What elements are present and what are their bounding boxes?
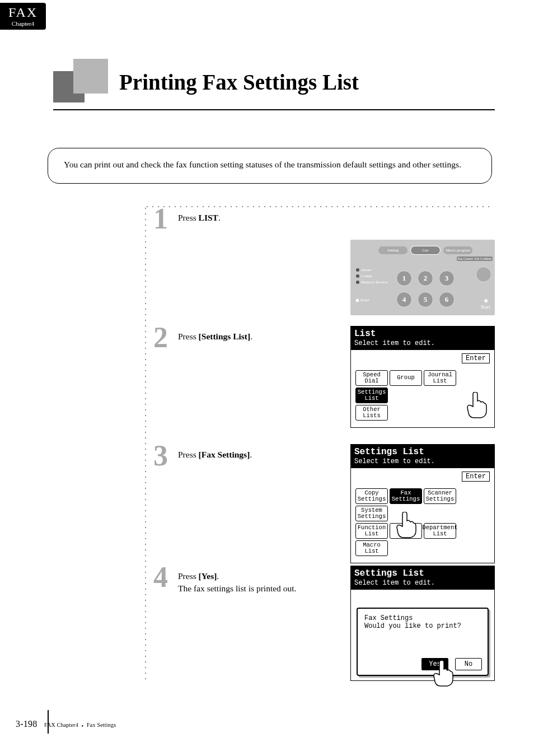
side-tab-chapter: Chapter4 — [0, 20, 46, 27]
step-pre: Press — [178, 213, 199, 222]
control-panel-illustration: Setting List Macro program Fax Cancel /J… — [350, 240, 495, 315]
step-pre: Press — [178, 571, 199, 581]
lcd-btn-scanner-settings[interactable]: Scanner Settings — [424, 488, 456, 504]
panel-tab-macro: Macro program — [443, 246, 472, 254]
intro-box: You can print out and check the fax func… — [48, 148, 492, 184]
step-1: 1 Press LIST. Setting List Macro program… — [153, 207, 495, 231]
panel-start-label: Start — [481, 297, 490, 310]
page-footer: 3-198 FAX Chapter4 Fax Settings — [16, 719, 116, 729]
step-pre: Press — [178, 450, 199, 459]
lcd-subtitle: Select item to edit. — [354, 579, 491, 587]
panel-numpad: 1 2 3 4 5 6 — [396, 270, 455, 307]
lcd-btn-other-lists[interactable]: Other Lists — [355, 405, 388, 421]
numkey-1: 1 — [396, 270, 412, 286]
lcd-enter-button[interactable]: Enter — [462, 472, 490, 482]
lcd-screen-list: List Select item to edit. Enter Speed Di… — [350, 326, 495, 428]
step-text: Press LIST. — [178, 212, 221, 224]
step-post: . — [250, 332, 252, 341]
lcd-btn-fax-settings[interactable]: Fax Settings — [390, 488, 422, 504]
dialog-line1: Fax Settings — [364, 614, 481, 622]
step-text: Press [Fax Settings]. — [178, 449, 252, 461]
lcd-title: Settings List — [354, 568, 491, 579]
step-number: 3 — [153, 444, 174, 468]
numkey-3: 3 — [439, 270, 455, 286]
lcd-title: List — [354, 328, 491, 339]
lcd-screen-settings-list: Settings List Select item to edit. Enter… — [350, 444, 495, 563]
page-number: 3-198 — [16, 719, 37, 729]
numkey-4: 4 — [396, 292, 412, 307]
footer-separator-icon — [80, 722, 86, 728]
step-3: 3 Press [Fax Settings]. Settings List Se… — [153, 444, 495, 468]
footer-crumb2: Fax Settings — [87, 722, 116, 728]
side-tab: FAX Chapter4 — [0, 3, 46, 30]
title-area: Printing Fax Settings List — [53, 59, 495, 110]
footer-crumb1: FAX Chapter4 — [44, 722, 78, 728]
yes-button[interactable]: Yes — [421, 658, 448, 670]
lcd-btn-department-list[interactable]: Department List — [424, 523, 456, 539]
no-button[interactable]: No — [455, 658, 482, 670]
step-bold: LIST — [199, 213, 218, 222]
numkey-6: 6 — [439, 292, 455, 307]
side-tab-fax: FAX — [0, 5, 46, 20]
panel-tab-setting: Setting — [378, 246, 407, 254]
step-post: . — [217, 571, 219, 581]
lcd-screen-confirm: Settings List Select item to edit. Fax S… — [350, 566, 495, 681]
numkey-5: 5 — [418, 292, 433, 307]
lcd-body: Enter Speed Dial Group Journal List Sett… — [351, 350, 494, 427]
lcd-subtitle: Select item to edit. — [354, 339, 491, 348]
step-bold: [Yes] — [199, 571, 217, 581]
lcd-btn-macro-list[interactable]: Macro List — [355, 540, 388, 556]
step-post: . — [250, 450, 252, 459]
panel-reset: Reset — [356, 298, 369, 302]
step-pre: Press — [178, 332, 199, 341]
step-text: Press [Settings List]. — [178, 330, 252, 343]
lcd-header: Settings List Select item to edit. — [351, 445, 494, 468]
step-bold: [Settings List] — [199, 332, 251, 341]
panel-fax-cancel-label: Fax Cancel /Job Confirm — [457, 256, 493, 261]
step-number: 1 — [153, 207, 174, 231]
lcd-btn-system-settings[interactable]: System Settings — [355, 506, 388, 521]
dialog-line2: Would you like to print? — [364, 622, 481, 630]
lcd-btn-copy-settings[interactable]: Copy Settings — [355, 488, 388, 504]
step-number: 4 — [153, 566, 174, 589]
lcd-btn-group[interactable]: Group — [390, 370, 422, 386]
lcd-btn-store-doc[interactable]: Store Doc — [390, 523, 422, 539]
confirm-dialog: Fax Settings Would you like to print? Ye… — [357, 608, 489, 676]
lcd-btn-settings-list[interactable]: Settings List — [355, 388, 388, 403]
page-title: Printing Fax Settings List — [119, 69, 359, 95]
dialog-buttons: Yes No — [421, 658, 482, 670]
step-post: . — [218, 213, 221, 222]
lcd-header: List Select item to edit. — [351, 326, 494, 350]
status-alarm: Alarm — [361, 268, 371, 272]
status-memory: Memory Receive — [361, 280, 388, 284]
panel-status-lights: Alarm Comm. Memory Receive — [356, 268, 388, 286]
title-bullet-icon — [53, 59, 109, 105]
lcd-body: Fax Settings Would you like to print? Ye… — [351, 590, 494, 680]
panel-tab-row: Setting List Macro program — [378, 244, 472, 256]
panel-fax-cancel-button — [476, 267, 491, 282]
lcd-btn-journal-list[interactable]: Journal List — [424, 370, 456, 386]
lcd-title: Settings List — [354, 446, 491, 458]
dotted-guide-vertical — [144, 206, 147, 683]
step-bold: [Fax Settings] — [199, 450, 250, 459]
step-4: 4 Press [Yes]. The fax settings list is … — [153, 566, 495, 594]
step-extra: The fax settings list is printed out. — [178, 584, 296, 593]
lcd-btn-speed-dial[interactable]: Speed Dial — [355, 370, 388, 386]
step-2: 2 Press [Settings List]. List Select ite… — [153, 326, 495, 349]
step-text: Press [Yes]. The fax settings list is pr… — [178, 570, 296, 594]
lcd-body: Enter Copy Settings Fax Settings Scanner… — [351, 468, 494, 563]
status-comm: Comm. — [361, 274, 373, 278]
panel-tab-list: List — [411, 246, 440, 254]
step-number: 2 — [153, 326, 174, 349]
lcd-subtitle: Select item to edit. — [354, 458, 491, 466]
svg-rect-1 — [73, 59, 108, 94]
lcd-enter-button[interactable]: Enter — [462, 353, 490, 363]
numkey-2: 2 — [418, 270, 433, 286]
lcd-btn-function-list[interactable]: Function List — [355, 523, 388, 539]
lcd-header: Settings List Select item to edit. — [351, 566, 494, 590]
